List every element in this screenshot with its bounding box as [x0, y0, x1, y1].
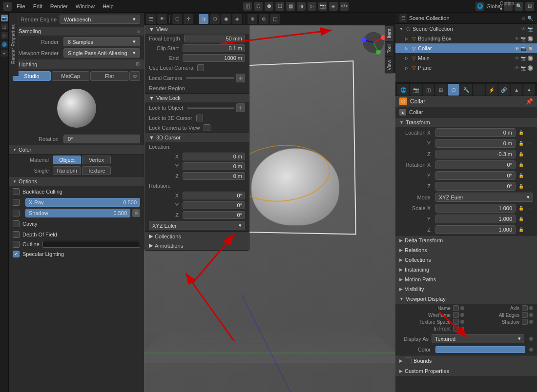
vp-xray[interactable]: ◫ — [270, 14, 280, 24]
shadow-slider[interactable]: Shadow 0.500 — [25, 209, 130, 217]
cavity-check[interactable] — [13, 220, 20, 227]
menu-help[interactable]: Help — [100, 2, 117, 10]
render-props-tab[interactable]: 📷 — [1, 15, 8, 21]
world-tab[interactable]: ● — [1, 50, 8, 57]
vp-gizmos[interactable]: ⊕ — [248, 14, 257, 24]
rotation-z-lock[interactable]: 🔒 — [517, 183, 524, 190]
compositing-icon[interactable]: ◈ — [329, 2, 338, 11]
view-layer-tab[interactable]: ⊞ — [1, 32, 8, 39]
cursor-y-val[interactable]: 0 m — [183, 162, 245, 170]
tab-view[interactable]: View — [385, 57, 393, 74]
filter-icon[interactable]: ⊟ — [525, 2, 534, 11]
scale-z-lock[interactable]: 🔒 — [517, 226, 524, 233]
xray-check[interactable] — [13, 199, 20, 206]
vp-view-icon[interactable]: 👁 — [157, 14, 167, 24]
location-z-dot[interactable]: · — [526, 151, 533, 157]
texture-btn[interactable]: Texture — [82, 166, 110, 175]
display-as-val[interactable]: Textured ▾ — [432, 334, 524, 343]
options-section-header[interactable]: ▼ Options — [9, 177, 144, 186]
vp-axis-dot[interactable] — [529, 306, 533, 310]
texture-icon[interactable]: ▦ — [286, 2, 295, 11]
props-tab-modifier[interactable]: 🔧 — [460, 84, 472, 96]
tab-tool[interactable]: Tool — [385, 41, 393, 56]
collections-header[interactable]: ▶ Collections — [145, 232, 249, 241]
menu-edit[interactable]: Edit — [30, 2, 45, 10]
object-btn[interactable]: Object — [53, 156, 81, 164]
scene-icon[interactable]: 🌐 — [475, 2, 484, 11]
main-item[interactable]: ▷ ▽ Main 👁 📷 🔘 — [395, 53, 537, 63]
vp-shading-solid[interactable]: ◑ — [199, 14, 208, 24]
view-lock-header[interactable]: ▼ View Lock — [145, 94, 249, 102]
collar-item[interactable]: ▷ ▽ Collar 👁 📷 🔘 — [395, 43, 537, 53]
scale-x-dot[interactable]: · — [526, 205, 533, 212]
vp-name-check[interactable] — [453, 305, 459, 311]
scale-y-lock[interactable]: 🔒 — [517, 216, 524, 222]
backface-culling-check[interactable] — [13, 188, 20, 195]
vp-color-dot[interactable] — [529, 348, 533, 352]
menu-file[interactable]: File — [14, 2, 28, 10]
outliner-search[interactable]: 🔍 — [527, 16, 533, 21]
local-camera-picker[interactable]: ✛ — [236, 74, 245, 82]
location-x-dot[interactable]: · — [526, 129, 533, 136]
props-tab-particles[interactable]: · — [473, 84, 485, 96]
visibility-header[interactable]: ▶ Visibility — [395, 284, 537, 294]
cursor-rx-val[interactable]: 0° — [183, 192, 245, 199]
scale-z-val[interactable]: 1.000 — [435, 225, 516, 234]
uv-icon[interactable]: ☐ — [275, 2, 284, 11]
location-y-dot[interactable]: · — [526, 140, 533, 147]
lock-to-3d-cursor-check[interactable] — [196, 115, 203, 121]
cursor-ry-val[interactable]: -0° — [183, 201, 245, 209]
output-tab[interactable]: ◫ — [1, 23, 8, 30]
vp-shading-material[interactable]: ◉ — [221, 14, 231, 24]
viewport-render-val[interactable]: Single Pass Anti-Aliasing ▾ — [63, 48, 140, 58]
clip-start-val[interactable]: 0.1 m — [183, 44, 245, 52]
scripting-icon[interactable]: </> — [340, 2, 349, 11]
plane-item[interactable]: ▷ ▽ Plane 👁 📷 🔘 — [395, 63, 537, 73]
rotation-z-dot[interactable]: · — [526, 183, 533, 190]
location-z-val[interactable]: -0.3 m — [435, 150, 516, 158]
instancing-header[interactable]: ▶ Instancing — [395, 265, 537, 274]
rotation-z-val[interactable]: 0° — [435, 182, 516, 191]
vp-texture-space-check[interactable] — [453, 319, 459, 325]
rotation-x-val[interactable]: 0° — [435, 160, 516, 169]
rotation-x-lock[interactable]: 🔒 — [517, 161, 524, 168]
render-samples-val[interactable]: 8 Samples ▾ — [63, 37, 140, 46]
color-section-header[interactable]: ▼ Color — [9, 145, 144, 155]
light-settings-btn[interactable]: ⚙ — [129, 71, 140, 81]
lock-camera-to-view-check[interactable] — [204, 124, 210, 131]
outline-check[interactable] — [13, 241, 20, 248]
options-btn[interactable]: Options ▾ — [504, 2, 513, 11]
menu-render[interactable]: Render — [47, 2, 71, 10]
motion-paths-header[interactable]: ▶ Motion Paths — [395, 274, 537, 284]
matcap-btn[interactable]: MatCap — [52, 71, 90, 81]
cursor-rz-val[interactable]: 0° — [183, 211, 245, 219]
scale-y-dot[interactable]: · — [526, 216, 533, 222]
specular-check[interactable]: ✓ — [13, 251, 20, 257]
vp-shading-render[interactable]: ◈ — [232, 14, 242, 24]
cursor-mode-val[interactable]: XYZ Euler ▾ — [149, 221, 245, 230]
delta-transform-header[interactable]: ▶ Delta Transform — [395, 235, 537, 245]
vp-color-swatch[interactable] — [435, 346, 525, 353]
lighting-settings[interactable]: ⚙ — [135, 61, 140, 67]
props-tab-object[interactable]: ⬡ — [448, 84, 459, 96]
outliner-filter[interactable]: ⊟ — [521, 16, 525, 21]
vertex-btn[interactable]: Vertex — [82, 156, 110, 164]
layout-icon[interactable]: ◫ — [243, 2, 252, 11]
render-icon[interactable]: 📷 — [318, 2, 327, 11]
location-y-val[interactable]: 0 m — [435, 139, 516, 148]
vp-in-front-check[interactable] — [453, 326, 459, 332]
vp-cursor-icon[interactable]: ✛ — [184, 14, 193, 24]
shadow-settings[interactable]: ⚙ — [132, 209, 140, 217]
props-tab-viewlayer[interactable]: ⊞ — [435, 84, 447, 96]
outline-color[interactable] — [42, 241, 140, 248]
collections-prop-header[interactable]: ▶ Collections — [395, 255, 537, 265]
rotation-y-lock[interactable]: 🔒 — [517, 172, 524, 179]
vp-in-front-dot[interactable] — [460, 327, 464, 331]
vp-wireframe-dot[interactable] — [460, 313, 464, 317]
random-btn[interactable]: Random — [53, 166, 81, 175]
annotations-header[interactable]: ▶ Annotations — [145, 241, 249, 250]
transform-header[interactable]: ▼ Transform — [395, 118, 537, 127]
display-as-dot[interactable] — [529, 337, 533, 341]
cursor-z-val[interactable]: 0 m — [183, 172, 245, 180]
use-local-camera-check[interactable] — [197, 64, 204, 71]
